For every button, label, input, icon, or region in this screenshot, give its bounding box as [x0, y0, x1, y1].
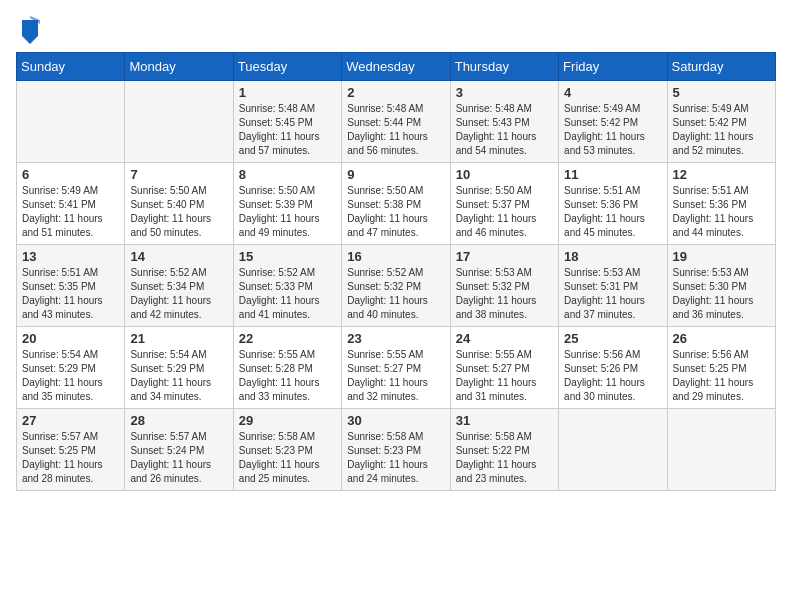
day-number: 16 [347, 249, 444, 264]
calendar-cell: 27Sunrise: 5:57 AMSunset: 5:25 PMDayligh… [17, 409, 125, 491]
calendar-cell: 19Sunrise: 5:53 AMSunset: 5:30 PMDayligh… [667, 245, 775, 327]
day-info: Sunset: 5:31 PM [564, 280, 661, 294]
page-header [16, 16, 776, 44]
day-number: 23 [347, 331, 444, 346]
day-info: Sunrise: 5:50 AM [130, 184, 227, 198]
day-number: 25 [564, 331, 661, 346]
day-info: Sunset: 5:41 PM [22, 198, 119, 212]
day-number: 30 [347, 413, 444, 428]
day-info: Sunset: 5:23 PM [239, 444, 336, 458]
day-number: 28 [130, 413, 227, 428]
day-info: Daylight: 11 hours and 51 minutes. [22, 212, 119, 240]
day-info: Sunset: 5:42 PM [564, 116, 661, 130]
day-info: Sunrise: 5:50 AM [456, 184, 553, 198]
calendar-cell: 31Sunrise: 5:58 AMSunset: 5:22 PMDayligh… [450, 409, 558, 491]
day-number: 31 [456, 413, 553, 428]
day-info: Sunrise: 5:52 AM [347, 266, 444, 280]
calendar-cell: 21Sunrise: 5:54 AMSunset: 5:29 PMDayligh… [125, 327, 233, 409]
header-day-friday: Friday [559, 53, 667, 81]
day-info: Daylight: 11 hours and 32 minutes. [347, 376, 444, 404]
day-info: Daylight: 11 hours and 38 minutes. [456, 294, 553, 322]
day-info: Daylight: 11 hours and 56 minutes. [347, 130, 444, 158]
day-info: Sunset: 5:36 PM [673, 198, 770, 212]
day-info: Daylight: 11 hours and 37 minutes. [564, 294, 661, 322]
header-day-monday: Monday [125, 53, 233, 81]
day-info: Sunrise: 5:58 AM [347, 430, 444, 444]
day-number: 10 [456, 167, 553, 182]
day-info: Daylight: 11 hours and 50 minutes. [130, 212, 227, 240]
calendar-table: SundayMondayTuesdayWednesdayThursdayFrid… [16, 52, 776, 491]
day-info: Sunrise: 5:56 AM [673, 348, 770, 362]
day-info: Sunrise: 5:48 AM [239, 102, 336, 116]
calendar-cell: 2Sunrise: 5:48 AMSunset: 5:44 PMDaylight… [342, 81, 450, 163]
day-info: Sunset: 5:29 PM [130, 362, 227, 376]
calendar-cell [17, 81, 125, 163]
calendar-body: 1Sunrise: 5:48 AMSunset: 5:45 PMDaylight… [17, 81, 776, 491]
svg-marker-0 [22, 20, 38, 44]
day-number: 2 [347, 85, 444, 100]
calendar-cell: 11Sunrise: 5:51 AMSunset: 5:36 PMDayligh… [559, 163, 667, 245]
day-info: Sunrise: 5:48 AM [456, 102, 553, 116]
calendar-cell: 12Sunrise: 5:51 AMSunset: 5:36 PMDayligh… [667, 163, 775, 245]
day-info: Sunrise: 5:53 AM [456, 266, 553, 280]
calendar-cell [559, 409, 667, 491]
day-number: 8 [239, 167, 336, 182]
week-row-2: 6Sunrise: 5:49 AMSunset: 5:41 PMDaylight… [17, 163, 776, 245]
day-number: 20 [22, 331, 119, 346]
week-row-4: 20Sunrise: 5:54 AMSunset: 5:29 PMDayligh… [17, 327, 776, 409]
day-number: 18 [564, 249, 661, 264]
day-info: Sunrise: 5:49 AM [22, 184, 119, 198]
day-info: Sunset: 5:43 PM [456, 116, 553, 130]
day-info: Sunset: 5:36 PM [564, 198, 661, 212]
day-number: 15 [239, 249, 336, 264]
day-info: Sunset: 5:32 PM [456, 280, 553, 294]
day-info: Sunset: 5:22 PM [456, 444, 553, 458]
day-number: 7 [130, 167, 227, 182]
day-info: Sunset: 5:35 PM [22, 280, 119, 294]
day-info: Sunrise: 5:53 AM [564, 266, 661, 280]
day-number: 13 [22, 249, 119, 264]
day-info: Daylight: 11 hours and 52 minutes. [673, 130, 770, 158]
day-number: 4 [564, 85, 661, 100]
day-info: Sunset: 5:45 PM [239, 116, 336, 130]
calendar-cell [125, 81, 233, 163]
header-day-sunday: Sunday [17, 53, 125, 81]
calendar-cell: 15Sunrise: 5:52 AMSunset: 5:33 PMDayligh… [233, 245, 341, 327]
day-info: Daylight: 11 hours and 24 minutes. [347, 458, 444, 486]
day-info: Sunset: 5:32 PM [347, 280, 444, 294]
day-number: 11 [564, 167, 661, 182]
day-info: Sunset: 5:42 PM [673, 116, 770, 130]
day-info: Daylight: 11 hours and 36 minutes. [673, 294, 770, 322]
day-number: 5 [673, 85, 770, 100]
day-info: Sunset: 5:37 PM [456, 198, 553, 212]
day-number: 26 [673, 331, 770, 346]
day-info: Daylight: 11 hours and 45 minutes. [564, 212, 661, 240]
day-info: Sunrise: 5:51 AM [673, 184, 770, 198]
day-info: Sunrise: 5:51 AM [564, 184, 661, 198]
day-info: Sunset: 5:39 PM [239, 198, 336, 212]
day-info: Sunset: 5:27 PM [347, 362, 444, 376]
day-info: Sunset: 5:25 PM [22, 444, 119, 458]
calendar-cell: 4Sunrise: 5:49 AMSunset: 5:42 PMDaylight… [559, 81, 667, 163]
header-day-tuesday: Tuesday [233, 53, 341, 81]
day-number: 3 [456, 85, 553, 100]
day-info: Daylight: 11 hours and 30 minutes. [564, 376, 661, 404]
day-info: Daylight: 11 hours and 23 minutes. [456, 458, 553, 486]
day-info: Daylight: 11 hours and 28 minutes. [22, 458, 119, 486]
day-info: Daylight: 11 hours and 31 minutes. [456, 376, 553, 404]
calendar-cell: 23Sunrise: 5:55 AMSunset: 5:27 PMDayligh… [342, 327, 450, 409]
logo-icon [18, 16, 42, 44]
day-info: Sunset: 5:40 PM [130, 198, 227, 212]
day-info: Sunset: 5:24 PM [130, 444, 227, 458]
day-info: Sunset: 5:25 PM [673, 362, 770, 376]
day-info: Sunset: 5:34 PM [130, 280, 227, 294]
day-info: Sunrise: 5:55 AM [347, 348, 444, 362]
day-number: 6 [22, 167, 119, 182]
calendar-cell: 24Sunrise: 5:55 AMSunset: 5:27 PMDayligh… [450, 327, 558, 409]
week-row-1: 1Sunrise: 5:48 AMSunset: 5:45 PMDaylight… [17, 81, 776, 163]
day-info: Daylight: 11 hours and 54 minutes. [456, 130, 553, 158]
day-info: Sunset: 5:30 PM [673, 280, 770, 294]
day-info: Sunrise: 5:49 AM [673, 102, 770, 116]
calendar-cell [667, 409, 775, 491]
day-number: 12 [673, 167, 770, 182]
